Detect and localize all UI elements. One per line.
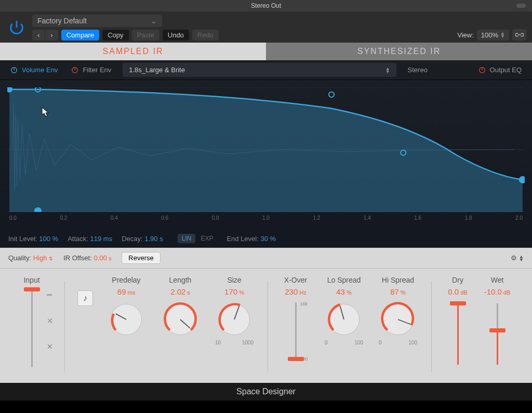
attack-value[interactable]: 119 ms [90,235,113,243]
reverse-button[interactable]: Reverse [122,252,160,264]
curve-mode-toggle: LIN EXP [178,234,218,243]
size-label: Size [227,276,241,284]
size-knob[interactable] [215,300,254,339]
lospread-knob-group: Lo Spread 43% 0100 [320,276,368,378]
decay-label: Decay: [122,235,142,243]
dry-group: Dry 0.0dB [441,276,474,378]
predelay-knob[interactable] [107,300,145,339]
xover-slider[interactable]: 16k200 [295,302,297,359]
note-icon: ♪ [83,294,87,303]
quality-label: Quality: [8,254,31,262]
input-slider[interactable] [31,289,33,367]
length-label: Length [169,276,192,284]
exp-button[interactable]: EXP [196,234,217,243]
stepper-icon: ▲▼ [519,255,524,261]
dry-label: Dry [452,276,463,284]
envelope-graph[interactable] [7,87,525,212]
xover-value[interactable]: 230Hz [285,287,306,296]
input-slider-thumb[interactable] [24,287,40,291]
stereo-mode[interactable]: Stereo [403,66,470,74]
dry-value[interactable]: 0.0dB [448,287,467,296]
volume-env-label: Volume Env [22,66,58,74]
preset-name: Factory Default [37,17,87,25]
dry-slider[interactable] [457,303,459,365]
title-bar: Stereo Out [0,0,532,11]
redo-button[interactable]: Redo [192,30,219,41]
filter-env-label: Filter Env [83,66,111,74]
lin-button[interactable]: LIN [178,234,196,243]
input-label: Input [23,276,39,284]
hispread-knob-group: Hi Spread 87% 0100 [374,276,422,378]
stepper-icon: ▲▼ [385,67,390,73]
settings-menu[interactable]: ⚙ ▲▼ [511,254,524,262]
wet-slider[interactable] [497,303,498,365]
quality-value[interactable]: High ⇅ [33,254,53,262]
ir-preset-select[interactable]: 1.8s_Large & Brite ▲▼ [123,63,396,77]
tab-sampled-ir[interactable]: SAMPLED IR [0,43,266,60]
plugin-name-footer: Space Designer [0,383,532,401]
time-axis: 0.00.20.40.60.81.01.21.41.61.82.0 [7,214,525,221]
predelay-knob-group: Predelay 69ms [102,276,150,378]
hispread-label: Hi Spread [382,276,414,284]
output-eq-tab[interactable]: Output EQ [473,66,527,74]
zoom-select[interactable]: 100% ▲▼ [477,30,509,41]
volume-env-tab[interactable]: Volume Env [5,66,63,74]
attack-label: Attack: [68,235,88,243]
ir-offset-value[interactable]: 0.00 s [94,254,111,262]
size-value[interactable]: 170% [224,287,244,296]
env-handle-curve1[interactable] [329,92,334,97]
decay-value[interactable]: 1.90 s [144,235,163,243]
predelay-value[interactable]: 69ms [117,287,135,296]
wet-label: Wet [491,276,504,284]
split-icon: ⤨ [47,316,53,325]
undo-button[interactable]: Undo [163,30,189,41]
length-knob-group: Length 2.02s [156,276,204,378]
copy-button[interactable]: Copy [102,30,128,41]
view-label: View: [457,31,474,39]
ir-tab-row: SAMPLED IR SYNTHESIZED IR [0,43,532,60]
length-knob[interactable] [161,300,200,339]
link-button[interactable] [512,29,527,41]
length-value[interactable]: 2.02s [170,287,190,296]
hispread-value[interactable]: 87% [390,287,405,296]
compare-button[interactable]: Compare [61,30,99,41]
xover-slider-thumb[interactable] [288,357,304,361]
tempo-sync-section: ♪ [74,276,96,378]
ir-preset-name: 1.8s_Large & Brite [129,66,185,74]
lospread-value[interactable]: 43% [336,287,351,296]
envelope-params-row: Init Level: 100 % Attack: 119 ms Decay: … [0,230,532,248]
predelay-label: Predelay [112,276,140,284]
lospread-label: Lo Spread [327,276,361,284]
window-title: Stereo Out [251,2,281,9]
init-level-value[interactable]: 100 % [39,235,58,243]
wet-value[interactable]: -10.0dB [484,287,511,296]
wet-group: Wet -10.0dB [481,276,514,378]
end-level-value[interactable]: 30 % [260,235,276,243]
next-preset-button[interactable]: › [45,30,58,41]
envelope-display[interactable]: 0.00.20.40.60.81.01.21.41.61.82.0 [0,80,532,230]
xover-label: X-Over [284,276,307,284]
plugin-power-button[interactable] [5,16,28,39]
chevron-down-icon: ⌄ [151,17,157,25]
preset-nav-group: ‹ › [32,30,58,41]
lospread-knob[interactable] [325,300,363,339]
filter-env-tab[interactable]: Filter Env [66,66,116,74]
tab-synthesized-ir[interactable]: SYNTHESIZED IR [266,43,532,60]
hispread-knob[interactable] [379,300,417,339]
paste-button[interactable]: Paste [132,30,159,41]
preset-select[interactable]: Factory Default ⌄ [32,15,162,27]
ir-offset-label: IR Offset: [63,254,92,262]
xover-group: X-Over 230Hz 16k200 [277,276,314,378]
prev-preset-button[interactable]: ‹ [32,30,45,41]
window-control-dot[interactable] [516,4,526,8]
cross-icon: ✕ [47,342,53,351]
tempo-sync-button[interactable]: ♪ [77,290,93,306]
dry-slider-thumb[interactable] [450,301,466,305]
wet-slider-thumb[interactable] [489,328,506,332]
quality-row: Quality: High ⇅ IR Offset: 0.00 s Revers… [0,248,532,269]
end-level-label: End Level: [227,235,258,243]
envelope-toolbar: Volume Env Filter Env 1.8s_Large & Brite… [0,60,532,80]
zoom-value: 100% [481,31,498,39]
size-knob-group: Size 170% 101000 [210,276,258,378]
input-section: Input ═ ⤨ ✕ [8,276,55,378]
